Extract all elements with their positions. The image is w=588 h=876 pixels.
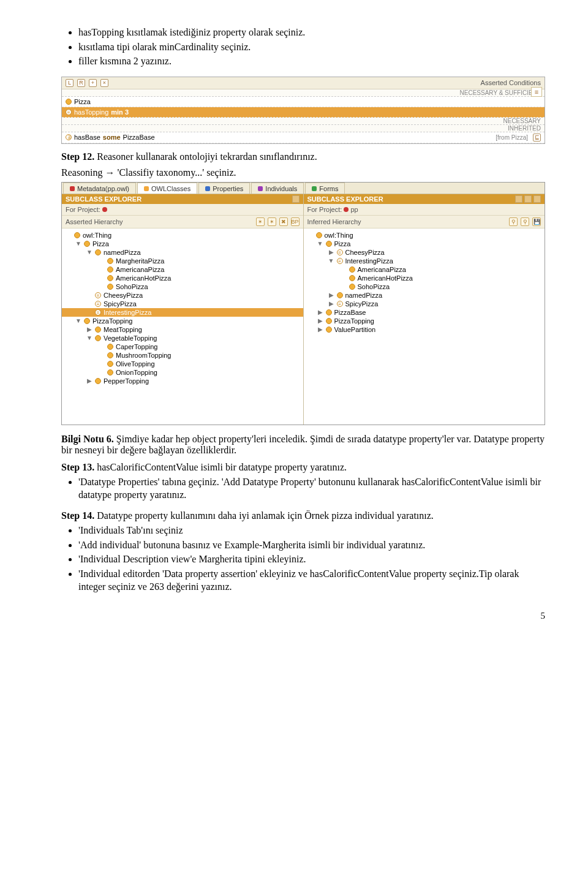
add-subclass-icon[interactable]: ✶ (256, 217, 265, 226)
tree-node[interactable]: ▶AmericanaPizza (304, 265, 545, 274)
expand-toggle-icon: ▶ (307, 232, 314, 238)
expand-toggle-icon[interactable]: ▶ (86, 377, 92, 384)
tree-node[interactable]: ▶namedPizza (304, 291, 545, 300)
tree-node[interactable]: ▶MargheritaPizza (62, 257, 303, 265)
tree-node-label: PizzaTopping (334, 317, 374, 325)
expand-toggle-icon[interactable]: ▶ (328, 292, 334, 298)
tree-node[interactable]: ▼≡InterestingPizza (304, 257, 545, 265)
tree-node[interactable]: ▶CaperTopping (62, 342, 303, 351)
delete-icon[interactable]: ✖ (279, 217, 288, 226)
class-icon (107, 361, 113, 367)
tree-node[interactable]: ▶ValuePartition (304, 325, 545, 334)
defined-class-icon: ≡ (95, 309, 101, 315)
expand-toggle-icon[interactable]: ▼ (328, 257, 334, 264)
add-icon[interactable]: + (89, 79, 97, 87)
header-icon[interactable] (524, 195, 532, 203)
expand-toggle-icon[interactable]: ▶ (86, 326, 92, 333)
tree-node[interactable]: ▼PizzaTopping (62, 317, 303, 325)
tree-node[interactable]: ▶PizzaBase (304, 308, 545, 317)
tool-icon[interactable]: ⚲ (509, 217, 518, 226)
save-icon[interactable]: 💾 (532, 217, 541, 226)
step-12-line2: Reasoning → 'Classifiy taxonomy...' seçi… (61, 167, 545, 178)
tree-node[interactable]: ▶≡SpicyPizza (62, 300, 303, 308)
expand-toggle-icon[interactable]: ▶ (317, 317, 323, 324)
tree-node[interactable]: ▶owl:Thing (62, 231, 303, 240)
expand-toggle-icon[interactable]: ▼ (75, 317, 81, 324)
tab-label: Individuals (265, 185, 297, 192)
tree-node[interactable]: ▼Pizza (304, 240, 545, 248)
panel-toolbar: L R + × Asserted Conditions (62, 77, 545, 89)
expand-toggle-icon: ▶ (341, 274, 347, 281)
equivalent-button[interactable]: ≡ (531, 87, 542, 97)
expand-toggle-icon: ▶ (99, 369, 105, 376)
list-item: 'Datatype Properties' tabına geçiniz. 'A… (78, 475, 545, 502)
expand-toggle-icon[interactable]: ▼ (86, 334, 92, 341)
tree-node[interactable]: ▶MeatTopping (62, 325, 303, 334)
asserted-tree[interactable]: ▶owl:Thing▼Pizza▼namedPizza▶MargheritaPi… (62, 228, 303, 425)
expand-toggle-icon: ▶ (99, 352, 105, 358)
bp-icon[interactable]: BP (291, 217, 300, 226)
toolbar-icon[interactable]: R (77, 79, 85, 87)
tab-properties[interactable]: Properties (198, 183, 250, 194)
goto-icon[interactable]: ⊑ (533, 134, 541, 142)
tree-node-label: namedPizza (345, 292, 383, 299)
defined-class-icon: ≡ (337, 249, 343, 255)
expand-toggle-icon[interactable]: ▼ (75, 240, 81, 247)
tool-icon[interactable]: ⚲ (521, 217, 529, 226)
tree-node[interactable]: ▶SohoPizza (62, 282, 303, 291)
tree-node[interactable]: ▶SohoPizza (304, 282, 545, 291)
defined-class-icon: ≡ (337, 301, 343, 307)
add-sibling-icon[interactable]: ✶ (268, 217, 276, 226)
tree-node[interactable]: ▶OliveTopping (62, 360, 303, 368)
expand-toggle-icon[interactable]: ▼ (86, 249, 92, 255)
tree-node[interactable]: ▶OnionTopping (62, 368, 303, 377)
tab-forms[interactable]: Forms (305, 183, 345, 194)
tree-node[interactable]: ▶MushroomTopping (62, 351, 303, 360)
tree-node[interactable]: ▶owl:Thing (304, 231, 545, 240)
tab-dot-icon (258, 186, 263, 191)
expand-toggle-icon[interactable]: ▼ (317, 240, 323, 247)
condition-row[interactable]: Pizza (62, 97, 545, 107)
tab-individuals[interactable]: Individuals (251, 183, 304, 194)
header-icon[interactable] (515, 195, 522, 203)
tree-node[interactable]: ▶AmericanaPizza (62, 265, 303, 274)
toolbar-icon[interactable]: L (66, 79, 74, 87)
row-text: Pizza (74, 98, 91, 105)
tree-node[interactable]: ▶AmericanHotPizza (62, 274, 303, 282)
tree-node[interactable]: ▶≡SpicyPizza (304, 300, 545, 308)
for-project-row: For Project: (62, 204, 303, 216)
tab-label: Forms (319, 185, 338, 192)
tree-node[interactable]: ▼namedPizza (62, 248, 303, 257)
tree-node-label: MushroomTopping (116, 352, 172, 359)
inferred-tree[interactable]: ▶owl:Thing▼Pizza▶≡CheesyPizza▼≡Interesti… (304, 228, 545, 425)
tree-node-label: PizzaBase (334, 309, 366, 316)
header-icon[interactable] (533, 195, 541, 203)
tree-node[interactable]: ▶≡CheesyPizza (62, 291, 303, 300)
expand-toggle-icon[interactable]: ▶ (317, 326, 323, 333)
tree-node[interactable]: ▶≡InterestingPizza (62, 308, 303, 317)
tree-node[interactable]: ▼VegetableTopping (62, 334, 303, 342)
expand-toggle-icon[interactable]: ▶ (317, 309, 323, 315)
condition-row[interactable]: ∃ hasBase some PizzaBase [from Pizza] ⊑ (62, 132, 545, 143)
row-text: PizzaBase (123, 134, 155, 141)
collapse-icon[interactable] (292, 195, 300, 203)
tree-node-label: AmericanHotPizza (358, 274, 413, 282)
row-text: hasTopping (74, 108, 108, 116)
expand-toggle-icon[interactable]: ▶ (328, 300, 334, 307)
tree-node[interactable]: ▼Pizza (62, 240, 303, 248)
tab-owlclasses[interactable]: OWLClasses (137, 183, 197, 194)
expand-toggle-icon[interactable]: ▶ (328, 249, 334, 255)
delete-icon[interactable]: × (100, 79, 108, 87)
tree-node[interactable]: ▶≡CheesyPizza (304, 248, 545, 257)
tree-node[interactable]: ▶PepperTopping (62, 377, 303, 385)
tab-label: Metadata(pp.owl) (77, 185, 129, 192)
tab-metadata[interactable]: Metadata(pp.owl) (63, 183, 136, 194)
note-label: Bilgi Notu 6. (61, 434, 114, 444)
step-14: Step 14. Datatype property kullanımını d… (61, 510, 545, 521)
class-icon (326, 241, 332, 247)
condition-row-selected[interactable]: ≡ hasTopping min 3 (62, 107, 545, 118)
label: Asserted Hierarchy (66, 218, 123, 225)
tree-node[interactable]: ▶AmericanHotPizza (304, 274, 545, 282)
tree-node[interactable]: ▶PizzaTopping (304, 317, 545, 325)
tree-node-label: ValuePartition (334, 326, 376, 333)
